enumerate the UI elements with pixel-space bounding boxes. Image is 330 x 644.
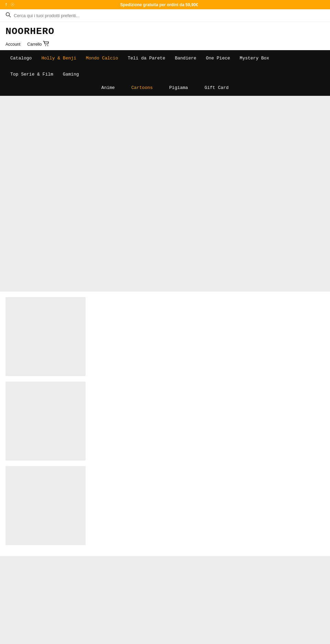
cart-link[interactable]: Carrello xyxy=(27,41,50,47)
cart-label: Carrello xyxy=(27,42,42,47)
account-label: Account xyxy=(6,42,20,47)
instagram-icon: ☉ xyxy=(10,2,14,7)
nav-item-catalogo[interactable]: Catalogo xyxy=(6,50,36,66)
nav-item-teli-da-parete[interactable]: Teli da Parete xyxy=(123,50,170,66)
subnav-gift-card[interactable]: Gift Card xyxy=(196,82,237,93)
search-bar xyxy=(0,9,330,22)
facebook-link[interactable]: f xyxy=(6,2,7,7)
subnav-pigiama[interactable]: Pigiama xyxy=(161,82,196,93)
product-card-2[interactable] xyxy=(6,382,86,461)
search-icon xyxy=(6,12,11,19)
subnav-cartoons[interactable]: Cartoons xyxy=(123,82,161,93)
svg-line-1 xyxy=(9,16,11,17)
hero-banner xyxy=(0,96,330,292)
product-sidebar xyxy=(0,292,91,556)
instagram-link[interactable]: ☉ xyxy=(10,2,14,7)
product-card-3[interactable] xyxy=(6,466,86,545)
nav-item-mystery-box[interactable]: Mystery Box xyxy=(235,50,274,66)
social-links[interactable]: f ☉ xyxy=(6,2,14,7)
subnav-anime[interactable]: Anime xyxy=(93,82,123,93)
top-bar: f ☉ Spedizione gratuita per ordini da 59… xyxy=(0,0,330,9)
site-logo[interactable]: NOORHERO xyxy=(6,26,54,37)
account-link[interactable]: Account xyxy=(6,42,20,47)
product-section xyxy=(0,292,330,556)
sub-nav: Anime Cartoons Pigiama Gift Card xyxy=(0,82,330,96)
product-card-1[interactable] xyxy=(6,297,86,376)
search-input[interactable] xyxy=(14,13,117,18)
facebook-icon: f xyxy=(6,2,7,7)
svg-point-2 xyxy=(45,45,46,46)
nav-item-holly-benji[interactable]: Holly & Benji xyxy=(36,50,81,66)
nav-item-mondo-calcio[interactable]: Mondo Calcio xyxy=(81,50,123,66)
nav-item-gaming[interactable]: Gaming xyxy=(58,66,84,82)
svg-point-3 xyxy=(47,45,48,46)
nav-item-one-piece[interactable]: One Piece xyxy=(201,50,235,66)
nav-item-top-serie[interactable]: Top Serie & Film xyxy=(6,66,58,82)
logo-bar: NOORHERO xyxy=(0,22,330,41)
main-nav: Catalogo Holly & Benji Mondo Calcio Teli… xyxy=(0,50,330,82)
account-bar: Account Carrello xyxy=(0,41,330,50)
product-main-area xyxy=(91,292,330,556)
footer-section xyxy=(0,556,330,644)
promo-banner: Spedizione gratuita per ordini da 59,90€ xyxy=(14,2,304,7)
nav-item-bandiere[interactable]: Bandiere xyxy=(170,50,201,66)
cart-icon xyxy=(43,41,50,47)
